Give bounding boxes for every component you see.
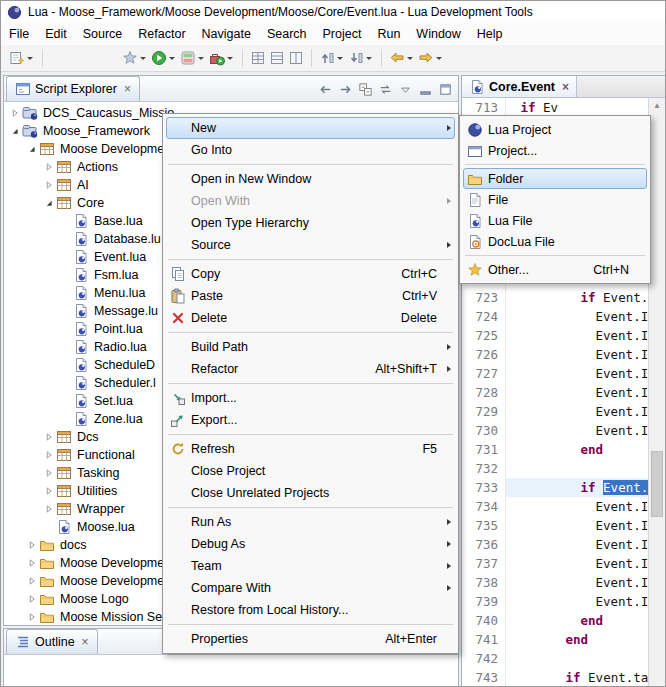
chevron-collapsed-icon[interactable]: [8, 105, 22, 121]
back-history-button[interactable]: [388, 48, 416, 68]
menu-edit[interactable]: Edit: [37, 24, 75, 44]
chevron-collapsed-icon[interactable]: [42, 483, 56, 499]
menu-item-debug-as[interactable]: Debug As: [166, 533, 455, 555]
menu-project[interactable]: Project: [315, 24, 370, 44]
menu-item-label: Close Project: [191, 464, 265, 478]
close-icon[interactable]: ×: [562, 80, 569, 94]
menu-item-go-into[interactable]: Go Into: [166, 139, 455, 161]
scroll-up-icon[interactable]: ▲: [649, 98, 665, 113]
external-tools-button[interactable]: [208, 48, 236, 68]
line-number: 733: [468, 478, 506, 497]
tab-outline[interactable]: Outline ×: [6, 629, 98, 654]
chevron-collapsed-icon[interactable]: [25, 573, 39, 589]
maximize-button[interactable]: [436, 80, 455, 99]
menu-item-refresh[interactable]: RefreshF5: [166, 438, 455, 460]
next-annotation-button[interactable]: [347, 48, 375, 68]
view-menu-button[interactable]: [396, 80, 415, 99]
menu-item-lua-project[interactable]: Lua Project: [463, 119, 647, 140]
menu-navigate[interactable]: Navigate: [194, 24, 259, 44]
code-line-text: Event.I: [506, 516, 665, 535]
chevron-expanded-icon[interactable]: [25, 141, 39, 157]
menu-item-compare-with[interactable]: Compare With: [166, 577, 455, 599]
menu-item-project[interactable]: Project...: [463, 140, 647, 161]
eclipse-window: Lua - Moose_Framework/Moose Development/…: [0, 0, 666, 687]
link-editor-button[interactable]: [376, 80, 395, 99]
menu-item-paste[interactable]: PasteCtrl+V: [166, 285, 455, 307]
menu-window[interactable]: Window: [408, 24, 468, 44]
scrollbar-thumb[interactable]: [651, 451, 663, 517]
menu-item-close-unrelated-projects[interactable]: Close Unrelated Projects: [166, 482, 455, 504]
dropdown-arrow-icon[interactable]: [140, 57, 146, 60]
minimize-button[interactable]: [416, 80, 435, 99]
run-button[interactable]: [150, 48, 178, 68]
menu-refactor[interactable]: Refactor: [130, 24, 193, 44]
chevron-collapsed-icon[interactable]: [42, 159, 56, 175]
chevron-collapsed-icon[interactable]: [42, 429, 56, 445]
editor-tab-core-event[interactable]: Core.Event ×: [462, 76, 577, 97]
chevron-collapsed-icon[interactable]: [25, 591, 39, 607]
chevron-collapsed-icon[interactable]: [25, 609, 39, 625]
menu-item-folder[interactable]: Folder: [463, 168, 647, 189]
menu-help[interactable]: Help: [469, 24, 511, 44]
prev-annotation-button[interactable]: [318, 48, 346, 68]
chevron-collapsed-icon[interactable]: [42, 447, 56, 463]
chevron-expanded-icon[interactable]: [42, 195, 56, 211]
dropdown-arrow-icon[interactable]: [436, 57, 442, 60]
dropdown-arrow-icon[interactable]: [337, 57, 343, 60]
close-icon[interactable]: ×: [82, 635, 89, 649]
app-logo-icon[interactable]: [6, 4, 22, 20]
list-view-button[interactable]: [268, 48, 286, 68]
menu-item-properties[interactable]: PropertiesAlt+Enter: [166, 628, 455, 650]
view-forward-button[interactable]: [336, 80, 355, 99]
tab-script-explorer[interactable]: Script Explorer ×: [6, 76, 140, 101]
forward-history-button[interactable]: [417, 48, 445, 68]
dropdown-arrow-icon[interactable]: [407, 57, 413, 60]
package-icon: [56, 429, 72, 445]
dropdown-arrow-icon[interactable]: [169, 57, 175, 60]
menu-file[interactable]: File: [1, 24, 37, 44]
chevron-collapsed-icon[interactable]: [42, 465, 56, 481]
menu-item-source[interactable]: Source: [166, 234, 455, 256]
menu-item-open-with[interactable]: Open With: [166, 190, 455, 212]
chevron-expanded-icon[interactable]: [8, 123, 22, 139]
view-back-button[interactable]: [316, 80, 335, 99]
tree-item-label: Set.lua: [94, 394, 137, 408]
chevron-collapsed-icon[interactable]: [25, 537, 39, 553]
coverage-button[interactable]: [179, 48, 207, 68]
menu-item-open-in-new-window[interactable]: Open in New Window: [166, 168, 455, 190]
grid-view-button[interactable]: [249, 48, 267, 68]
menu-item-doclua-file[interactable]: DocLua File: [463, 231, 647, 252]
menu-item-file[interactable]: File: [463, 189, 647, 210]
menu-item-copy[interactable]: CopyCtrl+C: [166, 263, 455, 285]
dropdown-arrow-icon[interactable]: [366, 57, 372, 60]
chevron-collapsed-icon[interactable]: [25, 555, 39, 571]
dropdown-arrow-icon[interactable]: [227, 57, 233, 60]
menu-item-open-type-hierarchy[interactable]: Open Type Hierarchy: [166, 212, 455, 234]
menu-item-team[interactable]: Team: [166, 555, 455, 577]
new-wizard-button[interactable]: [8, 48, 36, 68]
column-view-button[interactable]: [287, 48, 305, 68]
dropdown-arrow-icon[interactable]: [27, 57, 33, 60]
submenu-arrow-icon: [441, 519, 451, 525]
menu-item-close-project[interactable]: Close Project: [166, 460, 455, 482]
menu-item-export[interactable]: Export...: [166, 409, 455, 431]
menu-item-other[interactable]: Other...Ctrl+N: [463, 259, 647, 280]
dropdown-arrow-icon[interactable]: [198, 57, 204, 60]
menu-item-run-as[interactable]: Run As: [166, 511, 455, 533]
launch-config-button[interactable]: [121, 48, 149, 68]
chevron-collapsed-icon[interactable]: [42, 501, 56, 517]
menu-run[interactable]: Run: [369, 24, 408, 44]
chevron-collapsed-icon[interactable]: [42, 177, 56, 193]
menu-item-refactor[interactable]: RefactorAlt+Shift+T: [166, 358, 455, 380]
menu-item-restore-from-local-history[interactable]: Restore from Local History...: [166, 599, 455, 621]
close-icon[interactable]: ×: [124, 82, 131, 96]
menu-source[interactable]: Source: [75, 24, 131, 44]
menu-item-new[interactable]: New: [166, 117, 455, 139]
menu-item-delete[interactable]: DeleteDelete: [166, 307, 455, 329]
code-line-text: [506, 459, 665, 478]
collapse-all-button[interactable]: [356, 80, 375, 99]
menu-search[interactable]: Search: [259, 24, 315, 44]
menu-item-import[interactable]: Import...: [166, 387, 455, 409]
menu-item-lua-file[interactable]: Lua File: [463, 210, 647, 231]
menu-item-build-path[interactable]: Build Path: [166, 336, 455, 358]
